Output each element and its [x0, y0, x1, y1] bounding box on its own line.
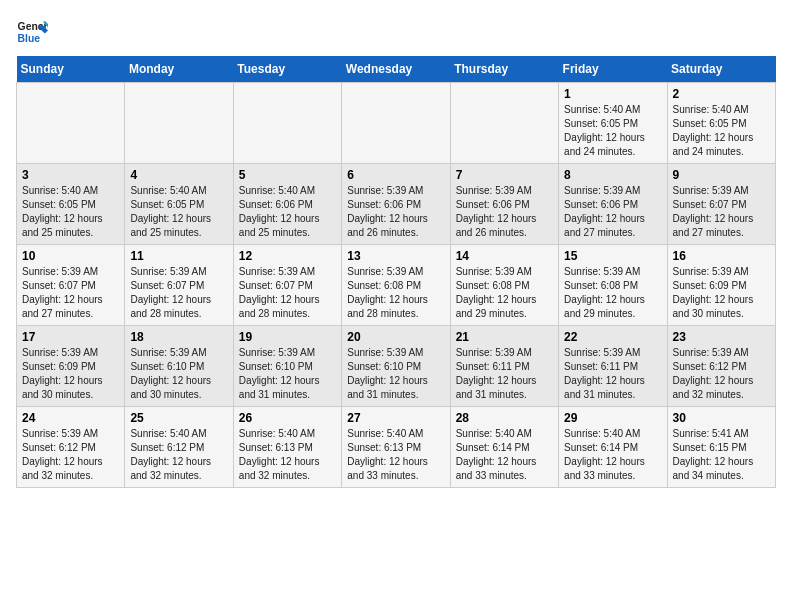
day-info: Sunrise: 5:39 AM Sunset: 6:06 PM Dayligh…: [347, 184, 444, 240]
day-info: Sunrise: 5:40 AM Sunset: 6:05 PM Dayligh…: [130, 184, 227, 240]
calendar-table: SundayMondayTuesdayWednesdayThursdayFrid…: [16, 56, 776, 488]
day-number: 20: [347, 330, 444, 344]
logo: General Blue: [16, 16, 48, 48]
day-cell: 12Sunrise: 5:39 AM Sunset: 6:07 PM Dayli…: [233, 245, 341, 326]
day-info: Sunrise: 5:39 AM Sunset: 6:07 PM Dayligh…: [673, 184, 770, 240]
day-info: Sunrise: 5:39 AM Sunset: 6:06 PM Dayligh…: [456, 184, 553, 240]
weekday-header-tuesday: Tuesday: [233, 56, 341, 83]
day-info: Sunrise: 5:40 AM Sunset: 6:06 PM Dayligh…: [239, 184, 336, 240]
week-row-4: 17Sunrise: 5:39 AM Sunset: 6:09 PM Dayli…: [17, 326, 776, 407]
day-info: Sunrise: 5:39 AM Sunset: 6:10 PM Dayligh…: [239, 346, 336, 402]
day-number: 23: [673, 330, 770, 344]
day-number: 16: [673, 249, 770, 263]
day-cell: 13Sunrise: 5:39 AM Sunset: 6:08 PM Dayli…: [342, 245, 450, 326]
week-row-3: 10Sunrise: 5:39 AM Sunset: 6:07 PM Dayli…: [17, 245, 776, 326]
day-cell: 4Sunrise: 5:40 AM Sunset: 6:05 PM Daylig…: [125, 164, 233, 245]
day-cell: 27Sunrise: 5:40 AM Sunset: 6:13 PM Dayli…: [342, 407, 450, 488]
day-info: Sunrise: 5:39 AM Sunset: 6:12 PM Dayligh…: [673, 346, 770, 402]
day-info: Sunrise: 5:40 AM Sunset: 6:05 PM Dayligh…: [673, 103, 770, 159]
weekday-header-monday: Monday: [125, 56, 233, 83]
svg-text:Blue: Blue: [18, 33, 41, 44]
day-info: Sunrise: 5:40 AM Sunset: 6:13 PM Dayligh…: [347, 427, 444, 483]
day-number: 1: [564, 87, 661, 101]
day-cell: [125, 83, 233, 164]
day-number: 12: [239, 249, 336, 263]
day-number: 17: [22, 330, 119, 344]
day-number: 26: [239, 411, 336, 425]
day-info: Sunrise: 5:39 AM Sunset: 6:08 PM Dayligh…: [564, 265, 661, 321]
day-info: Sunrise: 5:41 AM Sunset: 6:15 PM Dayligh…: [673, 427, 770, 483]
day-number: 24: [22, 411, 119, 425]
day-number: 10: [22, 249, 119, 263]
day-number: 4: [130, 168, 227, 182]
day-cell: 19Sunrise: 5:39 AM Sunset: 6:10 PM Dayli…: [233, 326, 341, 407]
day-info: Sunrise: 5:39 AM Sunset: 6:11 PM Dayligh…: [564, 346, 661, 402]
day-cell: 15Sunrise: 5:39 AM Sunset: 6:08 PM Dayli…: [559, 245, 667, 326]
day-info: Sunrise: 5:39 AM Sunset: 6:10 PM Dayligh…: [347, 346, 444, 402]
week-row-2: 3Sunrise: 5:40 AM Sunset: 6:05 PM Daylig…: [17, 164, 776, 245]
day-number: 8: [564, 168, 661, 182]
day-cell: 6Sunrise: 5:39 AM Sunset: 6:06 PM Daylig…: [342, 164, 450, 245]
day-info: Sunrise: 5:39 AM Sunset: 6:07 PM Dayligh…: [22, 265, 119, 321]
day-number: 2: [673, 87, 770, 101]
day-info: Sunrise: 5:39 AM Sunset: 6:12 PM Dayligh…: [22, 427, 119, 483]
day-cell: 8Sunrise: 5:39 AM Sunset: 6:06 PM Daylig…: [559, 164, 667, 245]
day-cell: 14Sunrise: 5:39 AM Sunset: 6:08 PM Dayli…: [450, 245, 558, 326]
day-number: 25: [130, 411, 227, 425]
day-cell: 21Sunrise: 5:39 AM Sunset: 6:11 PM Dayli…: [450, 326, 558, 407]
weekday-header-row: SundayMondayTuesdayWednesdayThursdayFrid…: [17, 56, 776, 83]
day-number: 11: [130, 249, 227, 263]
day-cell: [233, 83, 341, 164]
day-cell: [17, 83, 125, 164]
day-cell: 17Sunrise: 5:39 AM Sunset: 6:09 PM Dayli…: [17, 326, 125, 407]
day-number: 21: [456, 330, 553, 344]
week-row-1: 1Sunrise: 5:40 AM Sunset: 6:05 PM Daylig…: [17, 83, 776, 164]
day-cell: 20Sunrise: 5:39 AM Sunset: 6:10 PM Dayli…: [342, 326, 450, 407]
day-number: 18: [130, 330, 227, 344]
day-number: 14: [456, 249, 553, 263]
day-cell: 22Sunrise: 5:39 AM Sunset: 6:11 PM Dayli…: [559, 326, 667, 407]
day-cell: 7Sunrise: 5:39 AM Sunset: 6:06 PM Daylig…: [450, 164, 558, 245]
day-cell: 18Sunrise: 5:39 AM Sunset: 6:10 PM Dayli…: [125, 326, 233, 407]
day-number: 28: [456, 411, 553, 425]
logo-icon: General Blue: [16, 16, 48, 48]
day-info: Sunrise: 5:40 AM Sunset: 6:05 PM Dayligh…: [564, 103, 661, 159]
day-info: Sunrise: 5:39 AM Sunset: 6:10 PM Dayligh…: [130, 346, 227, 402]
day-info: Sunrise: 5:40 AM Sunset: 6:05 PM Dayligh…: [22, 184, 119, 240]
header: General Blue: [16, 16, 776, 48]
day-cell: 2Sunrise: 5:40 AM Sunset: 6:05 PM Daylig…: [667, 83, 775, 164]
weekday-header-saturday: Saturday: [667, 56, 775, 83]
day-cell: 3Sunrise: 5:40 AM Sunset: 6:05 PM Daylig…: [17, 164, 125, 245]
day-number: 27: [347, 411, 444, 425]
weekday-header-thursday: Thursday: [450, 56, 558, 83]
day-number: 29: [564, 411, 661, 425]
day-number: 7: [456, 168, 553, 182]
day-cell: 28Sunrise: 5:40 AM Sunset: 6:14 PM Dayli…: [450, 407, 558, 488]
day-number: 13: [347, 249, 444, 263]
week-row-5: 24Sunrise: 5:39 AM Sunset: 6:12 PM Dayli…: [17, 407, 776, 488]
day-number: 6: [347, 168, 444, 182]
weekday-header-friday: Friday: [559, 56, 667, 83]
day-info: Sunrise: 5:39 AM Sunset: 6:07 PM Dayligh…: [130, 265, 227, 321]
day-info: Sunrise: 5:39 AM Sunset: 6:11 PM Dayligh…: [456, 346, 553, 402]
day-cell: 10Sunrise: 5:39 AM Sunset: 6:07 PM Dayli…: [17, 245, 125, 326]
day-number: 22: [564, 330, 661, 344]
day-info: Sunrise: 5:39 AM Sunset: 6:09 PM Dayligh…: [22, 346, 119, 402]
day-number: 19: [239, 330, 336, 344]
day-info: Sunrise: 5:39 AM Sunset: 6:09 PM Dayligh…: [673, 265, 770, 321]
day-number: 30: [673, 411, 770, 425]
day-cell: 1Sunrise: 5:40 AM Sunset: 6:05 PM Daylig…: [559, 83, 667, 164]
weekday-header-wednesday: Wednesday: [342, 56, 450, 83]
weekday-header-sunday: Sunday: [17, 56, 125, 83]
day-number: 15: [564, 249, 661, 263]
day-cell: 25Sunrise: 5:40 AM Sunset: 6:12 PM Dayli…: [125, 407, 233, 488]
day-cell: 24Sunrise: 5:39 AM Sunset: 6:12 PM Dayli…: [17, 407, 125, 488]
day-info: Sunrise: 5:39 AM Sunset: 6:07 PM Dayligh…: [239, 265, 336, 321]
day-cell: 30Sunrise: 5:41 AM Sunset: 6:15 PM Dayli…: [667, 407, 775, 488]
day-cell: [342, 83, 450, 164]
day-info: Sunrise: 5:39 AM Sunset: 6:08 PM Dayligh…: [347, 265, 444, 321]
day-number: 3: [22, 168, 119, 182]
day-cell: 16Sunrise: 5:39 AM Sunset: 6:09 PM Dayli…: [667, 245, 775, 326]
day-number: 9: [673, 168, 770, 182]
day-cell: 23Sunrise: 5:39 AM Sunset: 6:12 PM Dayli…: [667, 326, 775, 407]
